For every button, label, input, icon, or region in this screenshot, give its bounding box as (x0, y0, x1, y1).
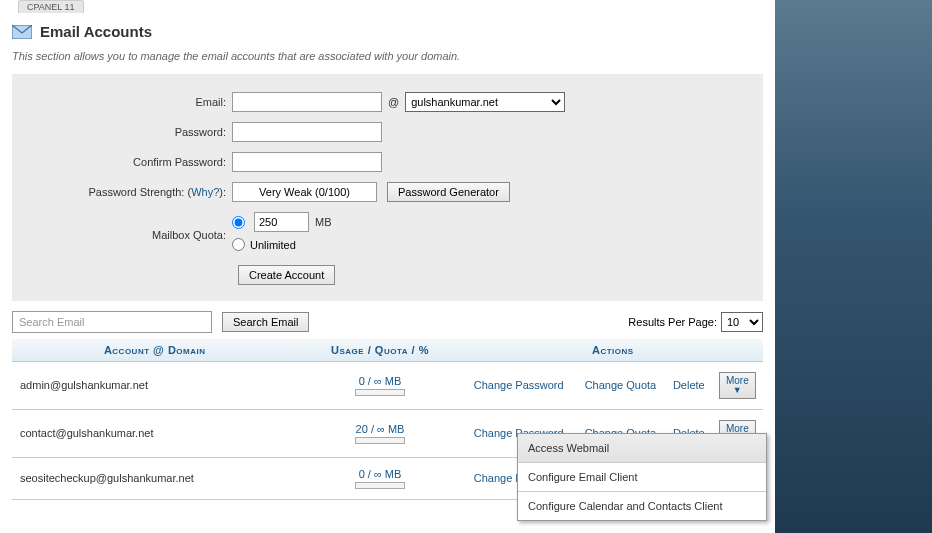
more-dropdown: Access Webmail Configure Email Client Co… (517, 433, 767, 521)
create-account-button[interactable]: Create Account (238, 265, 335, 285)
quota-size-radio[interactable] (232, 216, 245, 229)
usage-meter (355, 437, 405, 444)
side-panel (775, 0, 932, 533)
main-panel: CPANEL 11 Email Accounts This section al… (0, 0, 775, 533)
email-label: Email: (22, 96, 232, 108)
dropdown-configure-calendar[interactable]: Configure Calendar and Contacts Client (518, 492, 766, 520)
domain-select[interactable]: gulshankumar.net (405, 92, 565, 112)
col-account[interactable]: Account @ Domain (12, 339, 297, 362)
cpanel-tab: CPANEL 11 (18, 0, 84, 13)
quota-size-input[interactable] (254, 212, 309, 232)
account-cell: seositecheckup@gulshankumar.net (12, 457, 297, 499)
search-email-input[interactable] (12, 311, 212, 333)
why-link[interactable]: Why? (191, 186, 219, 198)
delete-link[interactable]: Delete (673, 378, 705, 392)
dropdown-configure-email-client[interactable]: Configure Email Client (518, 463, 766, 492)
password-input[interactable] (232, 122, 382, 142)
at-symbol: @ (388, 96, 399, 108)
page-title: Email Accounts (40, 23, 152, 40)
change-quota-link[interactable]: Change Quota (585, 378, 657, 392)
intro-text: This section allows you to manage the em… (6, 46, 769, 74)
account-cell: admin@gulshankumar.net (12, 362, 297, 410)
password-generator-button[interactable]: Password Generator (387, 182, 510, 202)
more-button[interactable]: More▼ (719, 372, 756, 399)
table-row: admin@gulshankumar.net 0 / ∞ MB Change P… (12, 362, 763, 410)
change-password-link[interactable]: Change Password (474, 378, 564, 392)
usage-cell: 0 / ∞ MB (297, 362, 462, 410)
create-account-form: Email: @ gulshankumar.net Password: Conf… (12, 74, 763, 301)
email-input[interactable] (232, 92, 382, 112)
quota-label: Mailbox Quota: (22, 229, 232, 241)
col-actions: Actions (463, 339, 763, 362)
strength-meter: Very Weak (0/100) (232, 182, 377, 202)
usage-meter (355, 482, 405, 489)
quota-unlimited-radio[interactable] (232, 238, 245, 251)
confirm-password-input[interactable] (232, 152, 382, 172)
confirm-password-label: Confirm Password: (22, 156, 232, 168)
usage-cell: 0 / ∞ MB (297, 457, 462, 499)
mail-icon (12, 25, 32, 39)
search-bar: Search Email Results Per Page: 10 (12, 311, 763, 333)
dropdown-access-webmail[interactable]: Access Webmail (518, 434, 766, 463)
account-cell: contact@gulshankumar.net (12, 409, 297, 457)
usage-meter (355, 389, 405, 396)
strength-label: Password Strength: (Why?): (22, 186, 232, 198)
search-email-button[interactable]: Search Email (222, 312, 309, 332)
quota-unlimited-label: Unlimited (250, 239, 296, 251)
results-per-page-select[interactable]: 10 (721, 312, 763, 332)
usage-cell: 20 / ∞ MB (297, 409, 462, 457)
password-label: Password: (22, 126, 232, 138)
page-header: Email Accounts (6, 13, 769, 46)
quota-unit: MB (315, 216, 332, 228)
results-per-page-label: Results Per Page: (628, 316, 717, 328)
col-usage[interactable]: Usage / Quota / % (297, 339, 462, 362)
chevron-down-icon: ▼ (726, 386, 749, 396)
